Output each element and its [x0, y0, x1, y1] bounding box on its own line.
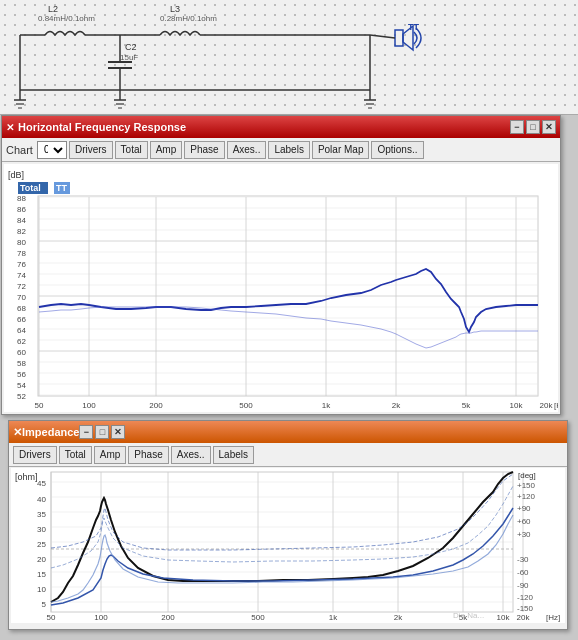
svg-text:68: 68 [17, 304, 26, 313]
svg-text:-30: -30 [517, 555, 529, 564]
svg-text:TT: TT [56, 183, 67, 193]
svg-text:20k: 20k [517, 613, 531, 622]
svg-text:56: 56 [17, 370, 26, 379]
labels-btn[interactable]: Labels [268, 141, 309, 159]
impedance-title: Impedance [22, 426, 79, 438]
svg-text:5k: 5k [462, 401, 471, 410]
svg-text:[ohm]: [ohm] [15, 472, 38, 482]
freq-chart-svg: [dB] Total TT 88 86 84 82 80 7 [4, 164, 558, 412]
amp-btn[interactable]: Amp [150, 141, 183, 159]
imp-maximize-btn[interactable]: □ [95, 425, 109, 439]
svg-text:60: 60 [17, 348, 26, 357]
svg-text:52: 52 [17, 392, 26, 401]
svg-text:100: 100 [94, 613, 108, 622]
svg-text:+150: +150 [517, 481, 536, 490]
imp-labels-btn[interactable]: Labels [213, 446, 254, 464]
svg-text:5: 5 [42, 600, 47, 609]
svg-text:200: 200 [149, 401, 163, 410]
svg-text:[dB]: [dB] [8, 170, 24, 180]
svg-text:20k: 20k [540, 401, 554, 410]
svg-text:[Hz]: [Hz] [546, 613, 560, 622]
svg-text:Total: Total [20, 183, 41, 193]
freq-title: Horizontal Frequency Response [18, 121, 510, 133]
svg-text:+30: +30 [517, 530, 531, 539]
svg-text:20: 20 [37, 555, 46, 564]
axes-btn[interactable]: Axes.. [227, 141, 267, 159]
svg-text:2k: 2k [392, 401, 401, 410]
svg-text:40: 40 [37, 495, 46, 504]
impedance-toolbar: Drivers Total Amp Phase Axes.. Labels [9, 443, 567, 467]
svg-rect-23 [395, 30, 403, 46]
drivers-btn[interactable]: Drivers [69, 141, 113, 159]
impedance-titlebar: ✕ Impedance − □ ✕ [9, 421, 567, 443]
svg-text:35: 35 [37, 510, 46, 519]
total-btn[interactable]: Total [115, 141, 148, 159]
svg-line-25 [370, 35, 395, 38]
imp-phase-btn[interactable]: Phase [128, 446, 168, 464]
svg-text:58: 58 [17, 359, 26, 368]
chart-label: Chart [6, 144, 33, 156]
svg-text:30: 30 [37, 525, 46, 534]
svg-text:-60: -60 [517, 568, 529, 577]
close-btn[interactable]: ✕ [542, 120, 556, 134]
imp-total-btn[interactable]: Total [59, 446, 92, 464]
impedance-window: ✕ Impedance − □ ✕ Drivers Total Amp Phas… [8, 420, 568, 630]
svg-text:500: 500 [251, 613, 265, 622]
svg-text:1k: 1k [322, 401, 331, 410]
freq-chart-area: [dB] Total TT 88 86 84 82 80 7 [4, 164, 558, 412]
svg-text:72: 72 [17, 282, 26, 291]
svg-text:500: 500 [239, 401, 253, 410]
schematic-area: L2 0.84mH/0.1ohm L3 0.28mH/0.1ohm C2 15u… [0, 0, 578, 115]
svg-text:80: 80 [17, 238, 26, 247]
svg-text:-120: -120 [517, 593, 534, 602]
l2-label: L2 [48, 4, 58, 14]
svg-text:76: 76 [17, 260, 26, 269]
imp-drivers-btn[interactable]: Drivers [13, 446, 57, 464]
svg-text:[Hz]: [Hz] [554, 401, 558, 410]
freq-titlebar: ✕ Horizontal Frequency Response − □ ✕ [2, 116, 560, 138]
svg-text:84: 84 [17, 216, 26, 225]
impedance-chart-svg: [ohm] 45 40 35 30 25 20 15 10 5 [11, 468, 565, 623]
imp-amp-btn[interactable]: Amp [94, 446, 127, 464]
schematic-svg: L2 0.84mH/0.1ohm L3 0.28mH/0.1ohm C2 15u… [0, 0, 578, 115]
svg-text:66: 66 [17, 315, 26, 324]
polar-map-btn[interactable]: Polar Map [312, 141, 370, 159]
svg-text:-90: -90 [517, 581, 529, 590]
chart-select[interactable]: 0 [37, 141, 67, 159]
window-controls[interactable]: − □ ✕ [510, 120, 556, 134]
svg-text:64: 64 [17, 326, 26, 335]
svg-text:45: 45 [37, 479, 46, 488]
maximize-btn[interactable]: □ [526, 120, 540, 134]
titlebar-icon: ✕ [6, 122, 14, 133]
l3-value: 0.28mH/0.1ohm [160, 14, 217, 23]
svg-text:86: 86 [17, 205, 26, 214]
l3-label: L3 [170, 4, 180, 14]
l2-value: 0.84mH/0.1ohm [38, 14, 95, 23]
options-btn[interactable]: Options.. [371, 141, 423, 159]
svg-text:10: 10 [37, 585, 46, 594]
freq-response-window: ✕ Horizontal Frequency Response − □ ✕ Ch… [1, 115, 561, 415]
svg-text:50: 50 [35, 401, 44, 410]
minimize-btn[interactable]: − [510, 120, 524, 134]
imp-axes-btn[interactable]: Axes.. [171, 446, 211, 464]
svg-text:54: 54 [17, 381, 26, 390]
imp-minimize-btn[interactable]: − [79, 425, 93, 439]
imp-close-btn[interactable]: ✕ [111, 425, 125, 439]
svg-text:+90: +90 [517, 504, 531, 513]
svg-text:82: 82 [17, 227, 26, 236]
c2-label: C2 [125, 42, 137, 52]
impedance-chart-area: [ohm] 45 40 35 30 25 20 15 10 5 [11, 468, 565, 623]
svg-text:50: 50 [47, 613, 56, 622]
svg-text:10k: 10k [510, 401, 524, 410]
svg-text:88: 88 [17, 194, 26, 203]
svg-text:1k: 1k [329, 613, 338, 622]
phase-btn[interactable]: Phase [184, 141, 224, 159]
svg-text:200: 200 [161, 613, 175, 622]
impedance-controls[interactable]: − □ ✕ [79, 425, 125, 439]
svg-text:[deg]: [deg] [518, 471, 536, 480]
svg-text:2k: 2k [394, 613, 403, 622]
svg-text:78: 78 [17, 249, 26, 258]
svg-text:Die Na...: Die Na... [453, 611, 484, 620]
freq-toolbar: Chart 0 Drivers Total Amp Phase Axes.. L… [2, 138, 560, 162]
svg-text:74: 74 [17, 271, 26, 280]
